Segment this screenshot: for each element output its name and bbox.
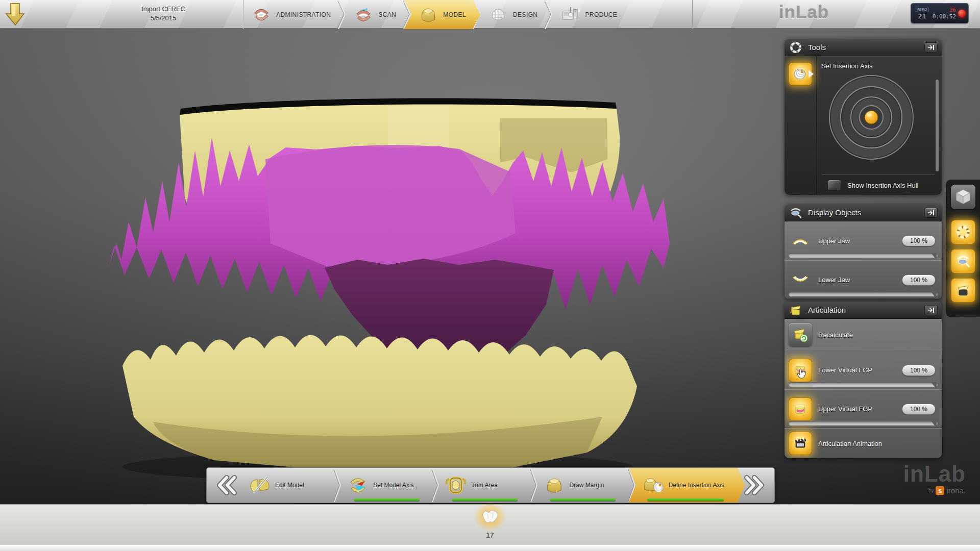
lower-virtual-fgp-row: Lower Virtual FGP 100 % [785,350,942,389]
recorder-codec-label: AERO [915,7,929,12]
step-label: Edit Model [275,482,304,489]
upper-virtual-fgp-row: Upper Virtual FGP 100 % [785,389,942,428]
lower-fgp-icon [793,363,808,378]
topbar-separator [243,0,243,29]
tab-model[interactable]: MODEL [404,0,480,29]
recorder-fps-max: 26 [949,7,956,13]
tools-panel-title: Tools [808,43,919,52]
step-trim-area[interactable]: Trim Area [439,468,530,503]
tab-scan[interactable]: SCAN [346,0,403,29]
step-chevron-separator [334,468,341,503]
hull-checkbox-row: Show Insertion Axis Hull [827,180,918,191]
lower-jaw-icon [789,270,812,290]
upper-virtual-fgp-label: Upper Virtual FGP [818,405,896,413]
tools-panel: Tools Set I [785,39,942,195]
lower-jaw-label: Lower Jaw [818,276,896,284]
tab-chevron-separator [545,0,553,29]
bottom-bar: 17 [0,504,980,551]
tools-divider [821,174,935,175]
step-progress-bar [647,498,724,501]
lower-jaw-opacity-slider[interactable] [789,292,938,296]
articulation-body: Recalculate Lower Virtual FGP 100 % [785,319,942,458]
display-objects-toggle-button[interactable] [951,249,975,273]
double-chevron-right-icon [744,474,768,496]
display-objects-title: Display Objects [808,208,919,217]
view-cube-button[interactable] [951,185,975,209]
clapperboard-icon [793,436,808,451]
inlab-logo: inLab [763,2,845,22]
jaw-scan-icon [353,5,374,25]
articulation-collapse-button[interactable] [924,305,938,315]
tools-panel-toggle-button[interactable] [951,220,975,244]
define-insertion-axis-icon [642,474,665,496]
watermark-vendor-name: irona. [946,486,966,495]
articulation-animation-row: Articulation Animation [785,428,942,458]
dock-right-icon [927,210,935,216]
watermark-by: by [928,488,934,493]
trim-area-icon [445,474,467,496]
record-button[interactable] [958,10,966,17]
upper-virtual-fgp-slider[interactable] [789,421,938,425]
step-draw-margin[interactable]: Draw Margin [538,468,628,503]
step-set-model-axis[interactable]: Set Model Axis [341,468,432,503]
model-stump-icon [418,5,438,25]
insertion-axis-icon [792,66,808,82]
display-objects-header: Display Objects [785,204,942,221]
step-edit-model[interactable]: Edit Model [243,468,334,503]
3d-viewport[interactable]: Tools Set I [0,29,980,504]
tab-chevron-separator [338,0,346,29]
tab-design[interactable]: DESIGN [481,0,545,29]
step-label: Trim Area [471,482,498,489]
recorder-right: 26 0:00:52 [933,7,956,20]
tab-administration[interactable]: ADMINISTRATION [244,0,338,29]
upper-jaw-opacity-value[interactable]: 100 % [902,235,936,246]
articulation-animation-button[interactable] [789,432,812,455]
upper-virtual-fgp-button[interactable] [789,397,812,421]
edit-model-icon [249,474,271,496]
articulator-icon [789,303,803,317]
articulation-toggle-button[interactable] [951,278,975,303]
step-label: Set Model Axis [373,482,413,489]
step-progress-bar [452,498,518,501]
upper-jaw-row: Upper Jaw 100 % [785,221,942,260]
tooth-indicator[interactable]: 17 [472,503,508,539]
tools-collapse-button[interactable] [924,42,938,53]
phase-tabs: ADMINISTRATION SCAN [244,0,624,29]
set-model-axis-icon [347,474,369,496]
tooth-icon [479,507,501,527]
step-define-insertion-axis[interactable]: Define Insertion Axis [629,468,745,503]
tab-label: SCAN [378,11,396,18]
lower-virtual-fgp-value[interactable]: 100 % [902,365,936,376]
upper-virtual-fgp-value[interactable]: 100 % [902,404,936,415]
upper-fgp-icon [793,402,808,417]
panel-toggle-strip [946,180,980,317]
articulation-animation-label: Articulation Animation [818,440,936,447]
tab-produce[interactable]: PRODUCE [553,0,624,29]
previous-steps-button[interactable] [207,468,243,503]
set-insertion-axis-tool-button[interactable] [789,62,812,86]
insertion-axis-target-control[interactable] [825,73,917,161]
lower-virtual-fgp-slider[interactable] [789,382,938,387]
tooth-glow [474,503,506,531]
tools-wheel-icon [789,40,803,55]
tooth-number: 17 [472,531,508,539]
lower-virtual-fgp-button[interactable] [789,359,812,382]
tools-scrollbar[interactable] [936,80,939,171]
recalculate-button[interactable] [789,323,812,346]
top-bar: Import CEREC 5/5/2015 ADMINISTRATION [0,0,980,29]
upper-jaw-label: Upper Jaw [818,237,896,245]
display-objects-panel: Display Objects Upper J [785,204,942,299]
show-insertion-axis-hull-checkbox[interactable] [827,180,841,191]
articulation-panel: Articulation [785,302,942,458]
watermark-vendor: by s irona. [903,486,966,495]
jaw-administration-icon [251,5,272,25]
upper-jaw-opacity-slider[interactable] [789,253,938,258]
step-progress-bar [550,498,616,501]
topbar-separator [692,0,693,29]
display-objects-collapse-button[interactable] [924,208,938,218]
active-tool-label: Set Insertion Axis [821,62,872,70]
back-button[interactable] [4,2,28,27]
lower-jaw-opacity-value[interactable]: 100 % [902,274,936,286]
case-title: Import CEREC [102,5,225,14]
tab-label: MODEL [443,11,466,18]
